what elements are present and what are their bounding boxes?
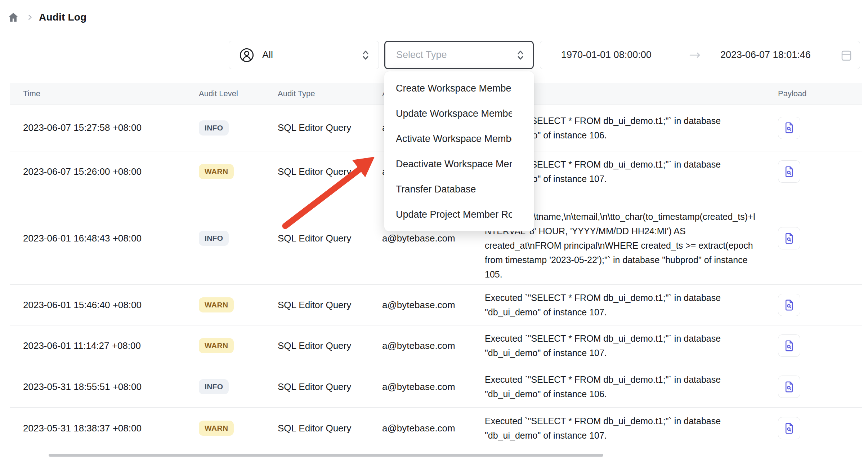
dropdown-option-create-workspace-member[interactable]: Create Workspace Member [384, 76, 534, 101]
type-filter-select[interactable]: Select Type [384, 41, 534, 69]
audit-level-badge: WARN [199, 338, 234, 353]
row-time: 2023-06-07 15:27:58 +08:00 [23, 122, 142, 133]
actor-filter-value: All [262, 49, 273, 61]
row-time: 2023-05-31 18:38:37 +08:00 [23, 423, 142, 434]
row-audit-type: SQL Editor Query [278, 423, 351, 434]
row-actor: a@bytebase.com [382, 381, 455, 392]
column-header-payload: Payload [778, 83, 807, 104]
row-comment: Executed `"SELECT * FROM db_ui_demo.t1;"… [485, 331, 758, 360]
audit-level-badge: INFO [199, 379, 229, 394]
row-audit-type: SQL Editor Query [278, 166, 351, 177]
row-audit-type: SQL Editor Query [278, 381, 351, 392]
audit-level-badge: WARN [199, 297, 234, 312]
file-search-icon [784, 232, 795, 244]
file-search-icon [784, 299, 795, 311]
row-time: 2023-06-01 16:48:43 +08:00 [23, 233, 142, 244]
filter-bar: All Select Type 1970-01-01 08:00:00 [0, 0, 868, 72]
dropdown-option-update-project-member-role[interactable]: Update Project Member Role [384, 202, 534, 227]
row-comment: Executed `"SELECT * FROM db_ui_demo.t1;"… [485, 290, 758, 319]
view-payload-button[interactable] [778, 334, 800, 357]
view-payload-button[interactable] [778, 417, 800, 439]
date-range-start[interactable]: 1970-01-01 08:00:00 [561, 41, 652, 69]
table-row: 2023-06-01 11:14:27 +08:00 WARN SQL Edit… [10, 325, 862, 366]
row-actor: a@bytebase.com [382, 340, 455, 351]
row-actor: a@bytebase.com [382, 300, 455, 311]
row-time: 2023-06-01 11:14:27 +08:00 [23, 340, 141, 351]
file-search-icon [784, 381, 795, 393]
table-row: 2023-05-31 18:55:51 +08:00 INFO SQL Edit… [10, 366, 862, 408]
file-search-icon [784, 340, 795, 352]
column-header-audit-level: Audit Level [199, 83, 238, 104]
type-filter-placeholder: Select Type [396, 49, 447, 61]
calendar-icon [841, 50, 852, 63]
dropdown-option-activate-workspace-member[interactable]: Activate Workspace Member [384, 126, 534, 151]
file-search-icon [784, 122, 795, 134]
row-actor: a@bytebase.com [382, 423, 455, 434]
horizontal-scrollbar-thumb[interactable] [49, 454, 603, 457]
view-payload-button[interactable] [778, 294, 800, 316]
row-audit-type: SQL Editor Query [278, 300, 351, 311]
view-payload-button[interactable] [778, 227, 800, 249]
audit-level-badge: WARN [199, 164, 234, 179]
chevron-up-down-icon [361, 49, 370, 61]
dropdown-option-update-workspace-member[interactable]: Update Workspace Member [384, 101, 534, 126]
row-actor: a@bytebase.com [382, 233, 455, 244]
column-header-audit-type: Audit Type [278, 83, 315, 104]
date-range-picker[interactable]: 1970-01-01 08:00:00 2023-06-07 18:01:46 [540, 41, 860, 69]
chevron-up-down-icon [516, 49, 525, 61]
column-header-time: Time [23, 83, 40, 104]
row-comment: Executed `"SELECT * FROM db_ui_demo.t1;"… [485, 372, 758, 401]
audit-level-badge: WARN [199, 421, 234, 436]
table-row: 2023-05-31 18:38:37 +08:00 WARN SQL Edit… [10, 408, 862, 449]
file-search-icon [784, 166, 795, 178]
row-audit-type: SQL Editor Query [278, 233, 351, 244]
row-time: 2023-05-31 18:55:51 +08:00 [23, 381, 142, 392]
actor-filter-select[interactable]: All [229, 41, 379, 69]
audit-log-page: Audit Log All Select Type [0, 0, 868, 457]
table-row: 2023-06-01 15:46:40 +08:00 WARN SQL Edit… [10, 285, 862, 325]
type-filter-dropdown: Create Workspace Member Update Workspace… [384, 71, 534, 231]
audit-level-badge: INFO [199, 120, 229, 136]
audit-level-badge: INFO [199, 231, 229, 246]
view-payload-button[interactable] [778, 376, 800, 398]
row-audit-type: SQL Editor Query [278, 122, 351, 133]
row-time: 2023-06-01 15:46:40 +08:00 [23, 300, 142, 311]
arrow-right-icon [689, 50, 702, 62]
date-range-end[interactable]: 2023-06-07 18:01:46 [720, 41, 811, 69]
view-payload-button[interactable] [778, 160, 800, 183]
dropdown-option-deactivate-workspace-member[interactable]: Deactivate Workspace Member [384, 151, 534, 177]
row-time: 2023-06-07 15:26:00 +08:00 [23, 166, 142, 177]
view-payload-button[interactable] [778, 117, 800, 139]
dropdown-option-transfer-database[interactable]: Transfer Database [384, 177, 534, 202]
user-circle-icon [239, 48, 254, 63]
file-search-icon [784, 422, 795, 434]
row-comment: Executed `"SELECT * FROM db_ui_demo.t1;"… [485, 414, 758, 443]
row-audit-type: SQL Editor Query [278, 340, 351, 351]
